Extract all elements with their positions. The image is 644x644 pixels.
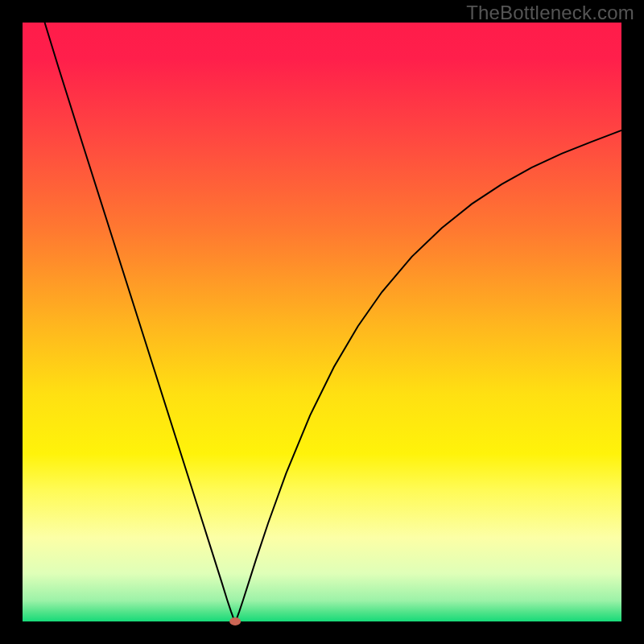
plot-background <box>23 23 621 621</box>
chart-container: TheBottleneck.com <box>0 0 644 644</box>
chart-svg <box>0 0 644 644</box>
watermark-label: TheBottleneck.com <box>466 2 634 24</box>
minimum-marker <box>229 617 241 625</box>
